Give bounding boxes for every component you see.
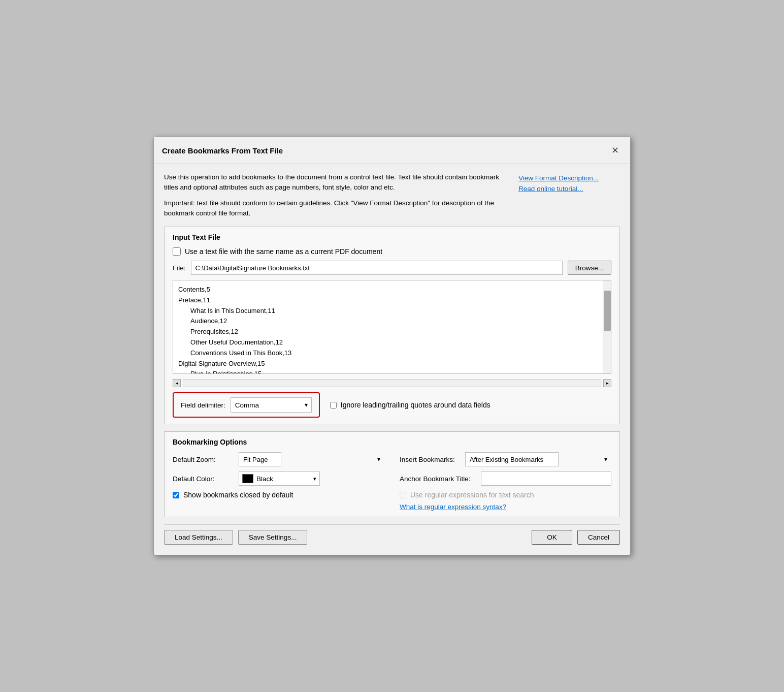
use-same-name-label: Use a text file with the same name as a …: [185, 247, 382, 256]
intro-links: View Format Description... Read online t…: [518, 172, 620, 218]
preview-line: Prerequisites,12: [178, 327, 601, 337]
read-tutorial-link[interactable]: Read online tutorial...: [518, 185, 620, 193]
regex-syntax-link[interactable]: What is regular expression syntax?: [400, 503, 611, 511]
intro-section: Use this operation to add bookmarks to t…: [164, 172, 620, 218]
scrollbar-thumb[interactable]: [604, 291, 611, 331]
anchor-bookmark-input[interactable]: [481, 471, 611, 486]
insert-bookmarks-label: Insert Bookmarks:: [400, 456, 455, 463]
field-delimiter-label: Field delimiter:: [181, 401, 225, 409]
intro-text: Use this operation to add bookmarks to t…: [164, 172, 508, 218]
create-bookmarks-dialog: Create Bookmarks From Text File ✕ Use th…: [153, 137, 631, 555]
show-bookmarks-checkbox[interactable]: [173, 492, 179, 498]
preview-line: Contents,5: [178, 285, 601, 295]
close-button[interactable]: ✕: [608, 143, 622, 158]
preview-line: Audience,12: [178, 316, 601, 327]
horizontal-scrollbar-row: ◂ ▸: [173, 379, 611, 387]
file-path-input[interactable]: [191, 261, 563, 275]
default-color-row: Default Color: Black ▾: [173, 471, 384, 486]
preview-line: Digital Signature Overview,15: [178, 359, 601, 369]
preview-line: What Is in This Document,11: [178, 306, 601, 317]
load-settings-button[interactable]: Load Settings...: [164, 530, 233, 545]
anchor-bookmark-row: Anchor Bookmark Title:: [400, 471, 611, 486]
bottom-buttons: Load Settings... Save Settings... OK Can…: [164, 524, 620, 547]
default-color-dropdown[interactable]: Black ▾: [239, 471, 320, 486]
default-zoom-row: Default Zoom: Fit Page Fit Width Fit Hei…: [173, 452, 384, 466]
preview-line: Conventions Used in This Book,13: [178, 348, 601, 359]
input-section-title: Input Text File: [173, 233, 611, 241]
default-zoom-select[interactable]: Fit Page Fit Width Fit Height Actual Siz…: [239, 452, 281, 466]
show-bookmarks-label: Show bookmarks closed by default: [183, 491, 293, 499]
use-regex-row: Use regular expressions for text search: [400, 491, 611, 499]
anchor-bookmark-label: Anchor Bookmark Title:: [400, 475, 471, 483]
default-zoom-select-wrapper: Fit Page Fit Width Fit Height Actual Siz…: [239, 452, 384, 466]
use-regex-label: Use regular expressions for text search: [410, 491, 534, 499]
delimiter-row: Field delimiter: Comma Tab Semicolon Spa…: [173, 392, 611, 418]
right-column: Insert Bookmarks: After Existing Bookmar…: [400, 452, 611, 511]
scroll-right-arrow[interactable]: ▸: [603, 379, 611, 387]
save-settings-button[interactable]: Save Settings...: [238, 530, 308, 545]
show-bookmarks-row: Show bookmarks closed by default: [173, 491, 384, 499]
use-regex-checkbox: [400, 492, 406, 498]
file-row: File: Browse...: [173, 261, 611, 275]
text-preview: Contents,5 Preface,11 What Is in This Do…: [173, 280, 611, 373]
ignore-quotes-checkbox[interactable]: [330, 402, 337, 408]
default-zoom-label: Default Zoom:: [173, 456, 234, 463]
bookmarking-title: Bookmarking Options: [173, 438, 611, 446]
intro-paragraph2: Important: text file should conform to c…: [164, 198, 508, 219]
text-preview-container: Contents,5 Preface,11 What Is in This Do…: [173, 280, 611, 374]
intro-paragraph1: Use this operation to add bookmarks to t…: [164, 172, 508, 193]
color-swatch: [242, 474, 253, 483]
right-col-bottom: Use regular expressions for text search …: [400, 491, 611, 511]
scrollbar-h-track[interactable]: [183, 379, 601, 387]
title-bar: Create Bookmarks From Text File ✕: [154, 137, 630, 164]
left-column: Default Zoom: Fit Page Fit Width Fit Hei…: [173, 452, 384, 511]
scroll-left-arrow[interactable]: ◂: [173, 379, 181, 387]
preview-line: Plug-in Relationships,15: [178, 369, 601, 373]
field-delimiter-select[interactable]: Comma Tab Semicolon Space: [231, 397, 312, 413]
preview-line: Preface,11: [178, 295, 601, 306]
ignore-quotes-label: Ignore leading/trailing quotes around da…: [341, 401, 491, 409]
right-buttons: OK Cancel: [532, 530, 620, 545]
dialog-body: Use this operation to add bookmarks to t…: [154, 164, 630, 555]
left-buttons: Load Settings... Save Settings...: [164, 530, 307, 545]
insert-bookmarks-select-wrapper: After Existing Bookmarks Before Existing…: [465, 452, 611, 466]
insert-bookmarks-select[interactable]: After Existing Bookmarks Before Existing…: [465, 452, 559, 466]
dialog-title: Create Bookmarks From Text File: [162, 146, 283, 155]
insert-bookmarks-row: Insert Bookmarks: After Existing Bookmar…: [400, 452, 611, 466]
bookmarking-section: Bookmarking Options Default Zoom: Fit Pa…: [164, 431, 620, 517]
cancel-button[interactable]: Cancel: [577, 530, 620, 545]
ignore-quotes-row: Ignore leading/trailing quotes around da…: [330, 401, 491, 409]
color-name: Black: [256, 475, 273, 483]
view-format-link[interactable]: View Format Description...: [518, 174, 620, 182]
use-same-name-checkbox[interactable]: [173, 247, 181, 256]
delimiter-box: Field delimiter: Comma Tab Semicolon Spa…: [173, 392, 320, 418]
bookmarking-grid: Default Zoom: Fit Page Fit Width Fit Hei…: [173, 452, 611, 511]
default-color-label: Default Color:: [173, 475, 234, 483]
browse-button[interactable]: Browse...: [568, 261, 611, 275]
file-label: File:: [173, 264, 186, 272]
ok-button[interactable]: OK: [532, 530, 572, 545]
preview-line: Other Useful Documentation,12: [178, 337, 601, 348]
field-delimiter-select-wrapper: Comma Tab Semicolon Space: [231, 397, 312, 413]
color-dropdown-arrow: ▾: [313, 476, 316, 482]
use-same-name-row: Use a text file with the same name as a …: [173, 247, 611, 256]
input-text-file-section: Input Text File Use a text file with the…: [164, 227, 620, 424]
vertical-scrollbar[interactable]: [603, 280, 611, 373]
